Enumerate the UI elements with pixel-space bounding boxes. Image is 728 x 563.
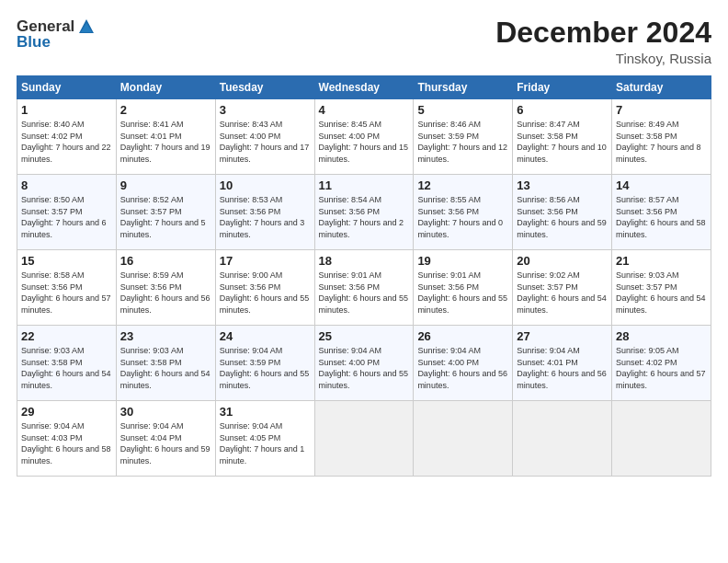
header: General Blue December 2024 Tinskoy, Russ… <box>17 17 711 66</box>
location: Tinskoy, Russia <box>495 51 711 66</box>
day-detail: Sunrise: 9:05 AMSunset: 4:02 PMDaylight:… <box>616 346 706 390</box>
page: General Blue December 2024 Tinskoy, Russ… <box>0 0 728 563</box>
col-saturday: Saturday <box>612 76 711 99</box>
day-detail: Sunrise: 8:53 AMSunset: 3:56 PMDaylight:… <box>220 195 305 239</box>
day-number: 14 <box>616 178 707 192</box>
table-row: 1 Sunrise: 8:40 AMSunset: 4:02 PMDayligh… <box>17 99 117 175</box>
day-number: 11 <box>319 178 410 192</box>
day-number: 7 <box>616 103 707 117</box>
table-row: 12 Sunrise: 8:55 AMSunset: 3:56 PMDaylig… <box>414 175 513 250</box>
header-row: Sunday Monday Tuesday Wednesday Thursday… <box>17 76 711 99</box>
table-row: 23 Sunrise: 9:03 AMSunset: 3:58 PMDaylig… <box>116 326 215 401</box>
day-detail: Sunrise: 9:03 AMSunset: 3:58 PMDaylight:… <box>21 346 111 390</box>
day-number: 2 <box>120 103 211 117</box>
table-row: 19 Sunrise: 9:01 AMSunset: 3:56 PMDaylig… <box>414 250 513 326</box>
table-row: 2 Sunrise: 8:41 AMSunset: 4:01 PMDayligh… <box>116 99 215 175</box>
day-number: 15 <box>21 254 112 268</box>
day-detail: Sunrise: 9:01 AMSunset: 3:56 PMDaylight:… <box>417 270 507 315</box>
day-detail: Sunrise: 8:50 AMSunset: 3:57 PMDaylight:… <box>21 195 107 239</box>
day-detail: Sunrise: 8:59 AMSunset: 3:56 PMDaylight:… <box>120 270 210 315</box>
day-detail: Sunrise: 9:02 AMSunset: 3:57 PMDaylight:… <box>517 270 607 315</box>
day-number: 28 <box>616 329 707 343</box>
table-row: 8 Sunrise: 8:50 AMSunset: 3:57 PMDayligh… <box>17 175 117 250</box>
day-detail: Sunrise: 9:04 AMSunset: 4:00 PMDaylight:… <box>417 346 507 390</box>
table-row: 25 Sunrise: 9:04 AMSunset: 4:00 PMDaylig… <box>314 326 414 401</box>
table-row <box>314 401 414 477</box>
day-detail: Sunrise: 9:04 AMSunset: 4:05 PMDaylight:… <box>220 421 305 465</box>
table-row: 24 Sunrise: 9:04 AMSunset: 3:59 PMDaylig… <box>215 326 314 401</box>
day-detail: Sunrise: 8:40 AMSunset: 4:02 PMDaylight:… <box>21 120 111 164</box>
table-row: 3 Sunrise: 8:43 AMSunset: 4:00 PMDayligh… <box>215 99 314 175</box>
day-number: 1 <box>21 103 112 117</box>
day-detail: Sunrise: 8:47 AMSunset: 3:58 PMDaylight:… <box>517 120 607 164</box>
day-number: 18 <box>319 254 410 268</box>
table-row: 11 Sunrise: 8:54 AMSunset: 3:56 PMDaylig… <box>314 175 414 250</box>
day-number: 5 <box>417 103 508 117</box>
day-detail: Sunrise: 8:45 AMSunset: 4:00 PMDaylight:… <box>319 120 409 164</box>
day-detail: Sunrise: 9:04 AMSunset: 4:01 PMDaylight:… <box>517 346 607 390</box>
table-row: 31 Sunrise: 9:04 AMSunset: 4:05 PMDaylig… <box>215 401 314 477</box>
table-row: 9 Sunrise: 8:52 AMSunset: 3:57 PMDayligh… <box>116 175 215 250</box>
day-number: 31 <box>220 405 311 419</box>
day-number: 9 <box>120 178 211 192</box>
logo-icon <box>76 17 97 37</box>
day-number: 23 <box>120 329 211 343</box>
day-number: 6 <box>517 103 608 117</box>
title-block: December 2024 Tinskoy, Russia <box>495 17 711 66</box>
table-row: 5 Sunrise: 8:46 AMSunset: 3:59 PMDayligh… <box>414 99 513 175</box>
col-tuesday: Tuesday <box>215 76 314 99</box>
logo: General Blue <box>17 17 97 52</box>
day-number: 12 <box>417 178 508 192</box>
day-detail: Sunrise: 9:03 AMSunset: 3:57 PMDaylight:… <box>616 270 706 315</box>
day-number: 21 <box>616 254 707 268</box>
day-detail: Sunrise: 8:57 AMSunset: 3:56 PMDaylight:… <box>616 195 706 239</box>
day-number: 4 <box>319 103 410 117</box>
week-row-1: 1 Sunrise: 8:40 AMSunset: 4:02 PMDayligh… <box>17 99 711 175</box>
day-number: 17 <box>220 254 311 268</box>
table-row: 17 Sunrise: 9:00 AMSunset: 3:56 PMDaylig… <box>215 250 314 326</box>
day-detail: Sunrise: 9:03 AMSunset: 3:58 PMDaylight:… <box>120 346 210 390</box>
day-number: 10 <box>220 178 311 192</box>
table-row: 28 Sunrise: 9:05 AMSunset: 4:02 PMDaylig… <box>612 326 711 401</box>
table-row: 22 Sunrise: 9:03 AMSunset: 3:58 PMDaylig… <box>17 326 117 401</box>
table-row: 15 Sunrise: 8:58 AMSunset: 3:56 PMDaylig… <box>17 250 117 326</box>
day-number: 26 <box>417 329 508 343</box>
day-number: 3 <box>220 103 311 117</box>
day-detail: Sunrise: 8:58 AMSunset: 3:56 PMDaylight:… <box>21 270 111 315</box>
day-number: 19 <box>417 254 508 268</box>
col-monday: Monday <box>116 76 215 99</box>
table-row: 30 Sunrise: 9:04 AMSunset: 4:04 PMDaylig… <box>116 401 215 477</box>
table-row: 27 Sunrise: 9:04 AMSunset: 4:01 PMDaylig… <box>513 326 612 401</box>
table-row: 20 Sunrise: 9:02 AMSunset: 3:57 PMDaylig… <box>513 250 612 326</box>
day-detail: Sunrise: 8:52 AMSunset: 3:57 PMDaylight:… <box>120 195 206 239</box>
day-detail: Sunrise: 9:04 AMSunset: 4:00 PMDaylight:… <box>319 346 409 390</box>
table-row <box>612 401 711 477</box>
calendar-table: Sunday Monday Tuesday Wednesday Thursday… <box>17 75 711 477</box>
col-thursday: Thursday <box>414 76 513 99</box>
day-detail: Sunrise: 8:54 AMSunset: 3:56 PMDaylight:… <box>319 195 404 239</box>
week-row-3: 15 Sunrise: 8:58 AMSunset: 3:56 PMDaylig… <box>17 250 711 326</box>
table-row: 10 Sunrise: 8:53 AMSunset: 3:56 PMDaylig… <box>215 175 314 250</box>
col-sunday: Sunday <box>17 76 117 99</box>
table-row: 4 Sunrise: 8:45 AMSunset: 4:00 PMDayligh… <box>314 99 414 175</box>
day-number: 20 <box>517 254 608 268</box>
table-row: 18 Sunrise: 9:01 AMSunset: 3:56 PMDaylig… <box>314 250 414 326</box>
day-detail: Sunrise: 8:41 AMSunset: 4:01 PMDaylight:… <box>120 120 210 164</box>
table-row: 16 Sunrise: 8:59 AMSunset: 3:56 PMDaylig… <box>116 250 215 326</box>
day-number: 16 <box>120 254 211 268</box>
table-row: 29 Sunrise: 9:04 AMSunset: 4:03 PMDaylig… <box>17 401 117 477</box>
table-row <box>513 401 612 477</box>
table-row: 13 Sunrise: 8:56 AMSunset: 3:56 PMDaylig… <box>513 175 612 250</box>
day-number: 13 <box>517 178 608 192</box>
day-number: 24 <box>220 329 311 343</box>
table-row: 26 Sunrise: 9:04 AMSunset: 4:00 PMDaylig… <box>414 326 513 401</box>
logo-blue: Blue <box>17 33 51 52</box>
day-number: 8 <box>21 178 112 192</box>
day-detail: Sunrise: 8:55 AMSunset: 3:56 PMDaylight:… <box>417 195 503 239</box>
day-detail: Sunrise: 8:56 AMSunset: 3:56 PMDaylight:… <box>517 195 607 239</box>
week-row-5: 29 Sunrise: 9:04 AMSunset: 4:03 PMDaylig… <box>17 401 711 477</box>
day-number: 22 <box>21 329 112 343</box>
day-detail: Sunrise: 8:46 AMSunset: 3:59 PMDaylight:… <box>417 120 507 164</box>
col-friday: Friday <box>513 76 612 99</box>
day-detail: Sunrise: 9:04 AMSunset: 3:59 PMDaylight:… <box>220 346 310 390</box>
